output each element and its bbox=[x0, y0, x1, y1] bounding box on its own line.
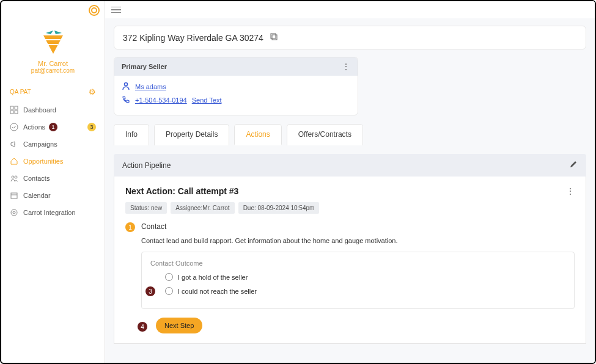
radio-label: I could not reach the seller bbox=[178, 288, 257, 295]
nav-list: Dashboard Actions 1 3 Campaigns bbox=[1, 101, 105, 221]
nav-item-campaigns[interactable]: Campaigns bbox=[1, 136, 105, 153]
users-icon bbox=[10, 174, 18, 183]
check-circle-icon bbox=[10, 123, 18, 131]
svg-point-15 bbox=[125, 83, 128, 86]
radio-label: I got a hold of the seller bbox=[178, 274, 248, 281]
due-chip: Due: 08-09-2024 10:54pm bbox=[238, 202, 320, 214]
address-bar: 372 Kipling Way Riverdale GA 30274 bbox=[114, 26, 586, 49]
radio-icon bbox=[165, 287, 173, 295]
svg-rect-9 bbox=[11, 193, 17, 198]
pipeline-header: Action Pipeline bbox=[114, 154, 586, 177]
svg-rect-13 bbox=[272, 35, 277, 40]
svg-point-6 bbox=[10, 123, 18, 131]
address-text: 372 Kipling Way Riverdale GA 30274 bbox=[123, 33, 263, 43]
nav-item-contacts[interactable]: Contacts bbox=[1, 170, 105, 187]
svg-rect-0 bbox=[43, 39, 61, 40]
nav-badge-pending: 3 bbox=[87, 123, 96, 131]
topbar bbox=[105, 1, 595, 18]
nav-badge-count: 1 bbox=[49, 123, 57, 131]
detail-tabs: Info Property Details Actions Offers/Con… bbox=[114, 124, 586, 145]
nav-label: Calendar bbox=[23, 192, 51, 199]
gear-icon[interactable]: ⚙ bbox=[89, 87, 96, 96]
main-content: 372 Kipling Way Riverdale GA 30274 Prima… bbox=[105, 1, 595, 363]
tab-property-details[interactable]: Property Details bbox=[154, 124, 229, 145]
logo-area: Mr. Carrot pat@carrot.com bbox=[1, 6, 105, 82]
pipeline-title: Action Pipeline bbox=[122, 161, 171, 170]
account-circle-icon[interactable] bbox=[89, 5, 100, 16]
nav-label: Campaigns bbox=[23, 140, 57, 148]
seller-card-title: Primary Seller bbox=[122, 63, 167, 70]
nav-label: Dashboard bbox=[23, 106, 56, 114]
svg-rect-1 bbox=[46, 44, 58, 45]
phone-icon bbox=[122, 95, 130, 105]
svg-rect-3 bbox=[15, 106, 18, 109]
megaphone-icon bbox=[10, 140, 18, 148]
dashboard-icon bbox=[10, 106, 18, 114]
pipeline-body: Next Action: Call attempt #3 ⋮ Status: n… bbox=[114, 177, 586, 344]
nav-item-opportunities[interactable]: Opportunities bbox=[1, 153, 105, 170]
home-icon bbox=[10, 157, 18, 166]
step-number-badge: 1 bbox=[125, 222, 135, 232]
nav-label: Contacts bbox=[23, 175, 50, 182]
radio-icon bbox=[165, 273, 173, 281]
annotation-marker-4: 4 bbox=[138, 322, 147, 332]
seller-name-link[interactable]: Ms adams bbox=[135, 83, 166, 90]
kebab-menu-icon[interactable]: ⋮ bbox=[342, 62, 350, 71]
svg-point-11 bbox=[11, 209, 17, 216]
hamburger-icon[interactable] bbox=[111, 7, 121, 13]
nav-item-actions[interactable]: Actions 1 3 bbox=[1, 118, 105, 136]
nav-label: Actions bbox=[23, 123, 45, 131]
svg-rect-14 bbox=[271, 34, 276, 38]
nav-label: Carrot Integration bbox=[23, 209, 76, 216]
integration-icon bbox=[10, 208, 18, 217]
annotation-marker-3: 3 bbox=[145, 286, 155, 296]
sidebar: Mr. Carrot pat@carrot.com QA PAT ⚙ Dashb… bbox=[1, 1, 105, 363]
svg-point-12 bbox=[13, 211, 15, 214]
copy-icon[interactable] bbox=[270, 32, 278, 43]
primary-seller-card: Primary Seller ⋮ Ms adams +1-504- bbox=[114, 57, 358, 115]
outcome-title: Contact Outcome bbox=[150, 260, 565, 267]
outcome-option-could-not-reach[interactable]: I could not reach the seller bbox=[165, 287, 565, 295]
send-text-link[interactable]: Send Text bbox=[192, 96, 222, 104]
nav-item-dashboard[interactable]: Dashboard bbox=[1, 101, 105, 118]
svg-rect-2 bbox=[10, 106, 13, 109]
workspace-label: QA PAT bbox=[10, 89, 31, 95]
kebab-menu-icon[interactable]: ⋮ bbox=[566, 187, 575, 195]
tab-actions[interactable]: Actions bbox=[234, 124, 281, 145]
workspace-header: QA PAT ⚙ bbox=[1, 82, 105, 101]
nav-item-carrot-integration[interactable]: Carrot Integration bbox=[1, 204, 105, 221]
calendar-icon bbox=[10, 191, 18, 200]
seller-phone-link[interactable]: +1-504-534-0194 bbox=[135, 96, 187, 104]
user-name: Mr. Carrot bbox=[38, 60, 68, 67]
tab-info[interactable]: Info bbox=[114, 124, 149, 145]
carrot-logo-icon bbox=[40, 24, 67, 55]
content-scroll: 372 Kipling Way Riverdale GA 30274 Prima… bbox=[105, 18, 595, 363]
person-icon bbox=[122, 82, 130, 92]
svg-point-7 bbox=[12, 176, 14, 178]
status-chip: Status: new bbox=[125, 202, 167, 214]
outcome-option-got-hold[interactable]: I got a hold of the seller bbox=[165, 273, 565, 281]
nav-label: Opportunities bbox=[23, 158, 63, 165]
tab-offers-contracts[interactable]: Offers/Contracts bbox=[287, 124, 363, 145]
contact-outcome-box: Contact Outcome I got a hold of the sell… bbox=[141, 252, 575, 309]
next-action-title: Next Action: Call attempt #3 bbox=[125, 186, 238, 196]
step-label: Contact bbox=[141, 222, 166, 231]
step-description: Contact lead and build rapport. Get info… bbox=[141, 237, 575, 244]
user-email: pat@carrot.com bbox=[31, 67, 75, 74]
nav-item-calendar[interactable]: Calendar bbox=[1, 187, 105, 204]
svg-point-8 bbox=[15, 176, 17, 178]
svg-rect-5 bbox=[15, 111, 18, 114]
assignee-chip: Assignee:Mr. Carrot bbox=[171, 202, 234, 214]
pencil-icon[interactable] bbox=[569, 160, 578, 170]
next-step-button[interactable]: Next Step bbox=[156, 318, 202, 333]
svg-rect-4 bbox=[10, 111, 13, 114]
